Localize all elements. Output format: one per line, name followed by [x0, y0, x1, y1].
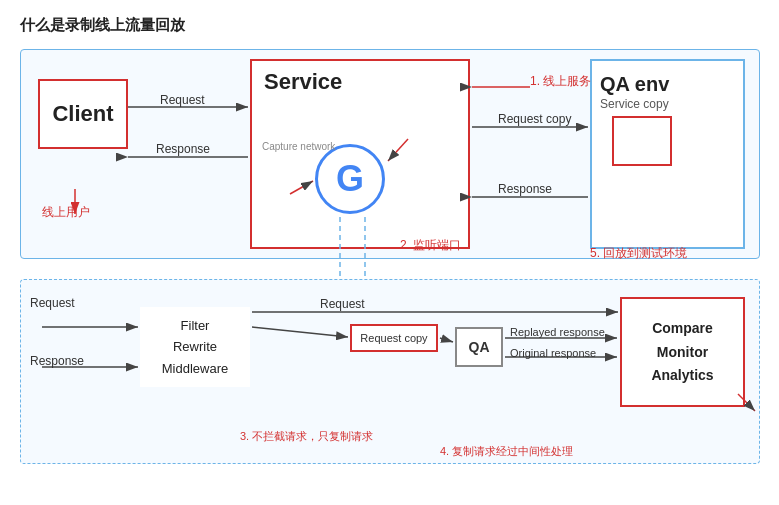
qa-env-label: QA env [600, 73, 669, 96]
qa-env-box: QA env Service copy [590, 59, 745, 249]
request-top-label: Request [160, 93, 205, 107]
qa-small-label: QA [469, 339, 490, 355]
monitor-label: Monitor [657, 341, 708, 363]
middleware-label: Middleware [162, 359, 228, 379]
analytics-label: Analytics [651, 364, 713, 386]
qa-small-box: QA [455, 327, 503, 367]
response-bottom-label: Response [30, 354, 84, 368]
filter-box: Filter Rewrite Middleware [140, 307, 250, 387]
request-copy-label: Request copy [360, 332, 427, 344]
client-box: Client [38, 79, 128, 149]
request-copy-top-label: Request copy [498, 112, 571, 126]
g-logo: G [315, 144, 385, 214]
response-qa-label: Response [498, 182, 552, 196]
qa-env-inner-box [612, 116, 672, 166]
service-label: Service [264, 69, 342, 95]
online-service-label: 1. 线上服务 [530, 73, 591, 90]
request-btm-right-label: Request [320, 297, 365, 311]
page-title: 什么是录制线上流量回放 [20, 16, 759, 35]
monitor-port-label: 2. 监听端口 [400, 237, 461, 254]
capture-network-label: Capture network [262, 141, 335, 152]
rewrite-label: Rewrite [173, 337, 217, 357]
no-intercept-label: 3. 不拦截请求，只复制请求 [240, 429, 373, 444]
response-top-label: Response [156, 142, 210, 156]
filter-label: Filter [181, 316, 210, 336]
replayed-response-label: Replayed response [510, 326, 605, 338]
request-bottom-label: Request [30, 296, 75, 310]
online-user-label: 线上用户 [42, 204, 90, 221]
qa-env-sublabel: Service copy [600, 97, 669, 111]
replay-test-label: 5. 回放到测试环境 [590, 245, 687, 262]
request-copy-box: Request copy [350, 324, 438, 352]
compare-label: Compare [652, 317, 713, 339]
middleware-label2: 4. 复制请求经过中间性处理 [440, 444, 573, 459]
client-label: Client [52, 101, 113, 127]
original-response-label: Original response [510, 347, 596, 359]
compare-monitor-analytics-box: Compare Monitor Analytics [620, 297, 745, 407]
